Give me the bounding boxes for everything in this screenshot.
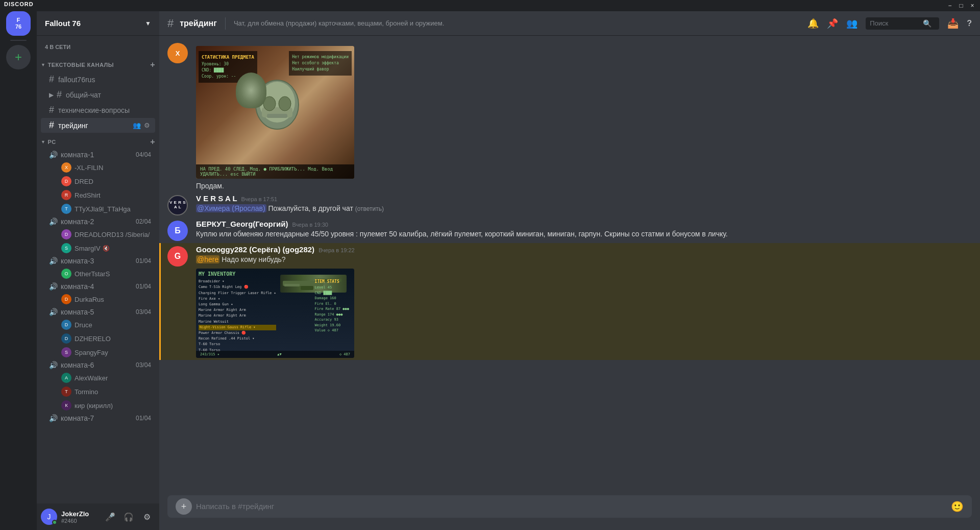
message-text-4: @here Надо кому нибудь? bbox=[196, 255, 972, 264]
svg-rect-5 bbox=[267, 114, 287, 118]
hud-right: Нет режимов модификации Нет особого эффе… bbox=[289, 51, 352, 76]
channel-name-tekhnicheskie: технические-вопросы bbox=[58, 106, 151, 114]
settings-icon[interactable]: ⚙ bbox=[143, 122, 151, 130]
hud-no-mods: Нет режимов модификации bbox=[292, 54, 349, 60]
mention-khimera[interactable]: @Химера (Ярослав) bbox=[196, 204, 266, 212]
voice-count-3: 01/04 bbox=[136, 257, 151, 264]
avatar-versal: V E R SA L bbox=[167, 195, 188, 215]
avatar-dzherelo: D bbox=[61, 333, 71, 344]
category-arrow: ▼ bbox=[41, 62, 45, 67]
maximize-button[interactable]: □ bbox=[958, 2, 965, 9]
voice-user-dreadlord[interactable]: D DREADLORD13 /Siberia/ bbox=[41, 228, 155, 241]
helmet-screenshot[interactable]: СТАТИСТИКА ПРЕДМЕТА Уровень: 30 CND: ███… bbox=[196, 46, 354, 179]
speaker-icon-7: 🔊 bbox=[49, 414, 58, 422]
reply-label[interactable]: (ответить) bbox=[355, 205, 384, 212]
user-settings-button[interactable]: ⚙ bbox=[139, 509, 155, 525]
voice-channel-name-7: комната-7 bbox=[61, 414, 136, 422]
voice-channel-1[interactable]: 🔊 комната-1 04/04 bbox=[41, 149, 155, 160]
inv-item-5: Long Gamma Gun ✦ bbox=[199, 302, 276, 307]
chat-input-area: + 🙂 bbox=[159, 495, 980, 530]
pc-category[interactable]: ▼ PC + bbox=[37, 133, 159, 149]
voice-user-tormino[interactable]: T Tormino bbox=[41, 385, 155, 398]
author-berkut[interactable]: БЕРКУТ_Georg(Георгий) bbox=[196, 220, 288, 228]
voice-channel-2[interactable]: 🔊 комната-2 02/04 bbox=[41, 216, 155, 227]
speaker-icon-6: 🔊 bbox=[49, 361, 58, 369]
server-list: F76 + bbox=[0, 0, 37, 530]
highlight-bar bbox=[159, 243, 161, 360]
voice-user-smarglv[interactable]: S SmargIV 🔇 bbox=[41, 242, 155, 255]
channel-item-fallout76rus[interactable]: # fallout76rus bbox=[41, 72, 155, 87]
channel-item-treiding[interactable]: # трейдинг 👥 ⚙ bbox=[41, 118, 155, 133]
voice-user-spangyfay[interactable]: S SpangyFay bbox=[41, 346, 155, 359]
author-versal[interactable]: V E R S A L bbox=[196, 194, 237, 203]
voice-user-druce[interactable]: D Druce bbox=[41, 318, 155, 331]
titlebar: DISCORD − □ × bbox=[0, 0, 980, 11]
inv-item-2: Camo T-51b Right Leg 🔴 bbox=[199, 284, 276, 290]
voice-user-kir[interactable]: К кир (кирилл) bbox=[41, 399, 155, 412]
channel-sidebar: Fallout 76 ▼ 4 В СЕТИ ▼ ТЕКСТОВЫЕ КАНАЛЫ… bbox=[37, 0, 159, 530]
avatar-xl-filin: X bbox=[61, 162, 71, 173]
inbox-icon[interactable]: 📥 bbox=[947, 18, 959, 29]
online-count: 4 В СЕТИ bbox=[37, 40, 159, 52]
voice-channel-name-5: комната-5 bbox=[61, 308, 136, 316]
add-server-button[interactable]: + bbox=[6, 45, 31, 69]
voice-user-othertstar[interactable]: O OtherTstarS bbox=[41, 267, 155, 280]
text-channels-category[interactable]: ▼ ТЕКСТОВЫЕ КАНАЛЫ + bbox=[37, 52, 159, 71]
voice-channel-name-2: комната-2 bbox=[61, 218, 136, 226]
discord-logo: DISCORD bbox=[4, 1, 34, 7]
channel-item-obshchiy-chat[interactable]: ▶ # общий-чат bbox=[41, 87, 155, 102]
message-group-4: G Gooooggy282 (Серёга) (gog282) Вчера в … bbox=[159, 243, 980, 360]
stat-value: Value ◇ 487 bbox=[315, 328, 349, 333]
attach-button[interactable]: + bbox=[176, 498, 192, 515]
headset-button[interactable]: 🎧 bbox=[120, 509, 137, 525]
svg-point-3 bbox=[263, 97, 276, 111]
voice-user-tty[interactable]: T TTyXJla9l_TTaHga bbox=[41, 202, 155, 215]
voice-user-dzherelo[interactable]: D DZHERELO bbox=[41, 332, 155, 345]
speaker-icon-4: 🔊 bbox=[49, 282, 58, 291]
voice-channel-3[interactable]: 🔊 комната-3 01/04 bbox=[41, 255, 155, 267]
search-box[interactable]: 🔍 bbox=[866, 17, 939, 30]
author-goo[interactable]: Gooooggy282 (Серёга) (gog282) bbox=[196, 245, 314, 254]
voice-username-dreadlord: DREADLORD13 /Siberia/ bbox=[75, 231, 150, 238]
voice-channel-name-3: комната-3 bbox=[61, 257, 136, 265]
members-icon[interactable]: 👥 bbox=[846, 18, 857, 29]
message-group-2: V E R SA L V E R S A L Вчера в 17:51 @Хи… bbox=[159, 192, 980, 218]
manage-users-icon[interactable]: 👥 bbox=[133, 122, 141, 130]
avatar-durka: D bbox=[61, 294, 71, 304]
message-input[interactable] bbox=[196, 501, 947, 512]
voice-channel-6[interactable]: 🔊 комната-6 03/04 bbox=[41, 359, 155, 371]
here-mention[interactable]: @here bbox=[196, 255, 219, 263]
channel-item-tekhnicheskie[interactable]: # технические-вопросы bbox=[41, 103, 155, 117]
voice-user-alexwalker[interactable]: A AlexWalker bbox=[41, 371, 155, 384]
add-channel-icon[interactable]: + bbox=[150, 60, 155, 69]
voice-channel-7[interactable]: 🔊 комната-7 01/04 bbox=[41, 413, 155, 424]
voice-user-redshirt[interactable]: R RedShirt bbox=[41, 188, 155, 202]
mic-button[interactable]: 🎤 bbox=[102, 509, 118, 525]
avatar-tormino: T bbox=[61, 387, 71, 397]
help-icon[interactable]: ? bbox=[967, 19, 972, 28]
close-button[interactable]: × bbox=[969, 2, 976, 9]
bell-icon[interactable]: 🔔 bbox=[807, 18, 819, 29]
inv-count: 243/315 ✦ bbox=[200, 352, 219, 356]
hud-line1: Уровень: 30 bbox=[202, 61, 254, 67]
voice-count-1: 04/04 bbox=[136, 151, 151, 158]
voice-user-dred[interactable]: D DRED bbox=[41, 175, 155, 188]
voice-user-xl-filin[interactable]: X -XL-FILIN bbox=[41, 161, 155, 174]
voice-user-durka[interactable]: D DurkaRus bbox=[41, 293, 155, 306]
voice-count-7: 01/04 bbox=[136, 415, 151, 422]
svg-rect-9 bbox=[284, 284, 300, 286]
add-voice-channel-icon[interactable]: + bbox=[150, 137, 155, 147]
server-icon-fallout[interactable]: F76 bbox=[6, 11, 31, 36]
avatar-khimera: Х bbox=[167, 43, 188, 63]
minimize-button[interactable]: − bbox=[946, 2, 953, 9]
voice-channel-4[interactable]: 🔊 комната-4 01/04 bbox=[41, 281, 155, 292]
inventory-screenshot[interactable]: MY INVENTORY Broadsider ▾ bbox=[196, 269, 354, 358]
voice-channel-5[interactable]: 🔊 комната-5 03/04 bbox=[41, 306, 155, 318]
pin-icon[interactable]: 📌 bbox=[827, 18, 838, 29]
inv-item-8: Marine Wetsuit bbox=[199, 319, 276, 325]
server-header[interactable]: Fallout 76 ▼ bbox=[37, 11, 159, 36]
emoji-button[interactable]: 🙂 bbox=[951, 500, 964, 513]
search-input[interactable] bbox=[870, 19, 921, 27]
hud-fav: Наилучший фавор bbox=[292, 66, 349, 73]
sidebar-content: 4 В СЕТИ ▼ ТЕКСТОВЫЕ КАНАЛЫ + # fallout7… bbox=[37, 36, 159, 503]
